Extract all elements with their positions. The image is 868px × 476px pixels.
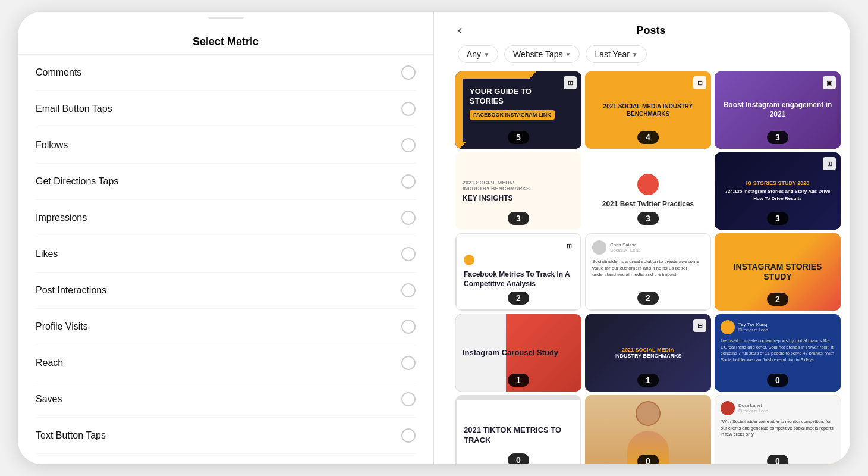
post-card-6[interactable]: IG STORIES STUDY 2020734,135 Instagram S…: [715, 152, 841, 230]
post-13-title: 2021 TIKTOK METRICS TO TRACK: [464, 425, 573, 446]
post-2-title: 2021 SOCIAL MEDIA INDUSTRY BENCHMARKS: [591, 102, 705, 118]
post-card-9[interactable]: INSTAGRAM STORIES STUDY 2: [715, 233, 841, 311]
post-7-badge: 2: [508, 292, 529, 305]
post-card-1[interactable]: YOUR GUIDE TO STORIES FACEBOOK INSTAGRAM…: [455, 71, 581, 149]
chevron-down-icon: ▼: [632, 51, 638, 58]
radio-email-button-taps[interactable]: [401, 102, 416, 116]
post-7-title: Facebook Metrics To Track In A Competiti…: [464, 270, 573, 289]
post-12-text: I've used to create content reports by g…: [721, 338, 835, 363]
post-3-badge: 3: [767, 131, 788, 144]
metric-item-impressions[interactable]: Impressions: [36, 200, 416, 236]
post-card-12[interactable]: Tay Tae KungDirector at Lead I've used t…: [715, 314, 841, 392]
post-14-badge: 0: [637, 455, 659, 464]
post-card-13[interactable]: 2021 TIKTOK METRICS TO TRACK 0: [455, 395, 581, 464]
avatar: [592, 240, 606, 255]
post-13-badge: 0: [508, 453, 529, 464]
posts-grid: YOUR GUIDE TO STORIES FACEBOOK INSTAGRAM…: [446, 71, 850, 464]
posts-title: Posts: [482, 24, 820, 37]
radio-comments[interactable]: [401, 65, 416, 80]
radio-reach[interactable]: [401, 356, 416, 370]
radio-impressions[interactable]: [401, 211, 416, 225]
post-8-text: Socialinsider is a great solution to cre…: [592, 258, 704, 278]
post-card-4[interactable]: 2021 SOCIAL MEDIAINDUSTRY BENCHMARKS KEY…: [455, 152, 581, 230]
any-filter-button[interactable]: Any ▼: [458, 45, 498, 63]
post-3-title: Boost Instagram engagement in 2021: [721, 101, 835, 119]
post-15-text: "With Socialinsider we're able to monito…: [721, 419, 835, 438]
face: [636, 401, 661, 426]
post-15-badge: 0: [767, 455, 788, 464]
post-card-11[interactable]: 2021 SOCIAL MEDIAINDUSTRY BENCHMARKS ⊞ 1: [585, 314, 711, 392]
post-card-10[interactable]: Instagram Carousel Study 1: [455, 314, 581, 392]
post-11-title: 2021 SOCIAL MEDIAINDUSTRY BENCHMARKS: [614, 347, 681, 359]
metric-item-get-directions-taps[interactable]: Get Directions Taps: [36, 164, 416, 200]
radio-post-interactions[interactable]: [401, 283, 416, 298]
last-year-filter-button[interactable]: Last Year ▼: [586, 45, 646, 63]
post-6-badge: 3: [767, 212, 788, 225]
metric-item-comments[interactable]: Comments: [36, 55, 416, 91]
post-11-badge: 1: [637, 374, 659, 387]
posts-header: ‹ Posts: [446, 12, 850, 45]
radio-profile-visits[interactable]: [401, 320, 416, 334]
metric-item-post-interactions[interactable]: Post Interactions: [36, 273, 416, 309]
post-card-2[interactable]: 2021 SOCIAL MEDIA INDUSTRY BENCHMARKS ⊞ …: [585, 71, 711, 149]
post-5-badge: 3: [637, 212, 659, 225]
radio-likes[interactable]: [401, 247, 416, 261]
website-taps-filter-button[interactable]: Website Taps ▼: [504, 45, 580, 63]
post-8-badge: 2: [637, 292, 659, 305]
post-card-7[interactable]: Facebook Metrics To Track In A Competiti…: [455, 233, 581, 311]
post-1-title: YOUR GUIDE TO STORIES: [470, 87, 567, 105]
metric-item-follows[interactable]: Follows: [36, 127, 416, 164]
circle-decoration: [637, 174, 659, 195]
avatar: [721, 320, 735, 334]
metric-item-likes[interactable]: Likes: [36, 236, 416, 273]
metrics-list: Comments Email Button Taps Follows Get D…: [18, 55, 433, 464]
post-1-badge: 5: [508, 131, 529, 144]
metric-select-panel: Select Metric Comments Email Button Taps…: [18, 12, 434, 464]
metric-item-saves[interactable]: Saves: [36, 381, 416, 418]
chevron-down-icon: ▼: [483, 51, 489, 58]
post-card-14[interactable]: 0: [585, 395, 711, 464]
metric-item-email-button-taps[interactable]: Email Button Taps: [36, 91, 416, 127]
post-4-title: KEY INSIGHTS: [463, 194, 512, 202]
post-2-badge: 4: [637, 131, 659, 144]
post-5-title: 2021 Best Twitter Practices: [602, 200, 694, 208]
carousel-icon: ⊞: [564, 76, 577, 89]
post-6-title: IG STORIES STUDY 2020734,135 Instagram S…: [719, 180, 836, 202]
post-12-badge: 0: [767, 374, 788, 387]
carousel-icon: ⊞: [693, 319, 706, 332]
post-9-badge: 2: [767, 293, 788, 306]
radio-follows[interactable]: [401, 138, 416, 152]
top-bar: [457, 396, 580, 400]
posts-panel: ‹ Posts Any ▼ Website Taps ▼ Last Year ▼: [446, 12, 850, 464]
radio-saves[interactable]: [401, 392, 416, 406]
carousel-icon: ⊞: [823, 157, 836, 170]
post-10-badge: 1: [508, 374, 529, 387]
avatar: [721, 401, 735, 415]
post-10-title: Instagram Carousel Study: [463, 348, 574, 358]
radio-get-directions-taps[interactable]: [401, 174, 416, 189]
chevron-down-icon: ▼: [565, 51, 571, 58]
metric-item-text-button-taps[interactable]: Text Button Taps: [36, 418, 416, 454]
single-icon: ▣: [823, 76, 836, 89]
post-card-3[interactable]: Boost Instagram engagement in 2021 ▣ 3: [715, 71, 841, 149]
dot-decoration: [464, 255, 474, 265]
metric-item-video-views[interactable]: Video Views: [36, 454, 416, 464]
carousel-icon: ⊞: [693, 76, 706, 89]
back-button[interactable]: ‹: [458, 23, 476, 38]
post-4-badge: 3: [508, 212, 529, 225]
metric-item-profile-visits[interactable]: Profile Visits: [36, 309, 416, 345]
post-card-8[interactable]: Chris SaisseSocial.AI Lead Socialinsider…: [585, 233, 711, 311]
post-card-15[interactable]: Dora LanetDirector at Lead "With Sociali…: [715, 395, 841, 464]
metric-item-reach[interactable]: Reach: [36, 345, 416, 381]
select-metric-title: Select Metric: [18, 24, 433, 55]
carousel-icon: ⊞: [562, 239, 575, 252]
top-divider: [208, 17, 244, 19]
radio-text-button-taps[interactable]: [401, 428, 416, 443]
filter-bar: Any ▼ Website Taps ▼ Last Year ▼: [446, 45, 850, 71]
post-1-subtitle: FACEBOOK INSTAGRAM LINK: [470, 110, 555, 120]
post-card-5[interactable]: 2021 Best Twitter Practices 3: [585, 152, 711, 230]
post-9-title: INSTAGRAM STORIES STUDY: [721, 262, 835, 282]
